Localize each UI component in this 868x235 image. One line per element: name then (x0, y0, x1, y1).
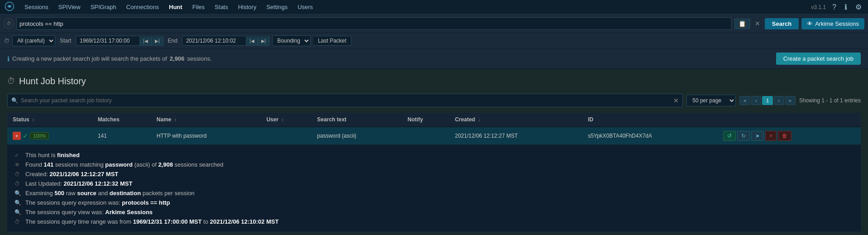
nav-item-connections[interactable]: Connections (122, 2, 163, 12)
search-input-wrapper (16, 17, 732, 30)
nav-item-files[interactable]: Files (188, 2, 209, 12)
history-search-input[interactable] (21, 97, 673, 104)
search-detail-icon-1: 🔍 (14, 190, 22, 197)
cell-actions: ↺ ↻ ➤ × 🗑 (718, 127, 861, 145)
clear-search-button[interactable]: ✕ (753, 20, 762, 27)
info-text: ℹ Creating a new packet search job will … (7, 55, 212, 62)
start-time-input[interactable] (76, 36, 139, 45)
refresh-button[interactable]: ↻ (737, 131, 750, 141)
history-search-wrapper: 🔍 ✕ (7, 94, 683, 107)
detail-finished: ✓ This hunt is finished (14, 150, 854, 160)
per-page-select[interactable]: 50 per page 10 per page 100 per page (686, 95, 736, 106)
search-detail-icon-3: 🔍 (14, 209, 22, 216)
copy-search-button[interactable]: 📋 (734, 19, 750, 29)
col-user[interactable]: User ↕ (261, 113, 312, 127)
page-1-button[interactable]: 1 (762, 96, 773, 105)
last-packet-badge: Last Packet (313, 36, 351, 46)
eye-icon: 👁 (807, 20, 813, 27)
nav-item-stats[interactable]: Stats (210, 2, 233, 12)
end-prev-button[interactable]: |◀ (246, 37, 258, 45)
search-button[interactable]: Search (765, 18, 799, 29)
hunt-history-icon: ⏱ (7, 77, 15, 86)
col-search-text[interactable]: Search text (312, 113, 402, 127)
nav-right: v3.1.1 ? ℹ ⚙ (811, 2, 863, 12)
col-notify[interactable]: Notify (402, 113, 450, 127)
info-banner: ℹ Creating a new packet search job will … (0, 49, 868, 69)
col-id[interactable]: ID (582, 113, 718, 127)
delete-button[interactable]: × (765, 131, 777, 141)
logo[interactable] (5, 1, 14, 13)
info-prefix: Creating a new packet search job will se… (12, 55, 167, 62)
time-icon: ⏱ (4, 38, 10, 44)
rerun-button[interactable]: ↺ (723, 131, 736, 141)
top-nav: Sessions SPIView SPIGraph Connections Hu… (0, 0, 868, 14)
table-row: × ✓ 100% 141 HTTP with password password… (7, 127, 861, 145)
detail-updated: ⏱ Last Updated: 2021/12/06 12:12:32 MST (14, 179, 854, 188)
col-name[interactable]: Name ↕ (151, 113, 261, 127)
cell-user (261, 127, 312, 145)
end-time-group: |◀ ▶| (182, 36, 269, 46)
end-time-input[interactable] (182, 36, 246, 45)
table-header: Status ↕ Matches Name ↕ User ↕ Search te… (7, 113, 861, 127)
info-suffix: sessions. (187, 55, 211, 62)
detail-time-range: ⏱ The sessions query time range was from… (14, 217, 854, 226)
start-label: Start (58, 38, 73, 44)
arkime-sessions-button[interactable]: 👁 Arkime Sessions (801, 18, 864, 29)
nav-items: Sessions SPIView SPIGraph Connections Hu… (20, 2, 811, 12)
end-next-button[interactable]: ▶| (258, 37, 269, 45)
col-status[interactable]: Status ↕ (7, 113, 92, 127)
nav-item-history[interactable]: History (234, 2, 261, 12)
page-first-button[interactable]: « (739, 96, 750, 105)
detail-row: ✓ This hunt is finished 👁 Found 141 sess… (7, 145, 861, 233)
history-search-clear-button[interactable]: ✕ (673, 97, 679, 104)
create-packet-search-button[interactable]: Create a packet search job (776, 53, 861, 65)
remove-button[interactable]: 🗑 (778, 131, 791, 141)
time-mode-select[interactable]: All (careful) (12, 35, 55, 46)
bounding-select[interactable]: Bounding (272, 35, 311, 46)
nav-item-hunt[interactable]: Hunt (164, 2, 187, 12)
settings-icon[interactable]: ⚙ (854, 2, 863, 12)
section-title: ⏱ Hunt Job History (7, 76, 861, 86)
pagination-group: « ‹ 1 › » (739, 96, 796, 105)
arkime-sessions-label: Arkime Sessions (815, 20, 859, 27)
detail-created: ⏱ Created: 2021/12/06 12:12:27 MST (14, 169, 854, 179)
detail-examining: 🔍 Examining 500 raw source and destinati… (14, 188, 854, 198)
detail-query-view: 🔍 The sessions query view was: Arkime Se… (14, 207, 854, 217)
nav-item-spigraph[interactable]: SPIGraph (86, 2, 121, 12)
info-icon[interactable]: ℹ (843, 2, 849, 12)
col-created[interactable]: Created ↓ (450, 113, 583, 127)
time-bar: ⏱ All (careful) Start |◀ ▶| End |◀ ▶| Bo… (0, 33, 868, 49)
cell-name: HTTP with password (151, 127, 261, 145)
search-input[interactable] (19, 20, 729, 27)
page-next-button[interactable]: › (774, 96, 784, 105)
status-close-button[interactable]: × (13, 132, 21, 140)
clock-detail-icon-2: ⏱ (14, 181, 22, 187)
main-content: ⏱ Hunt Job History 🔍 ✕ 50 per page 10 pe… (0, 69, 868, 235)
check-detail-icon: ✓ (14, 152, 22, 158)
detail-query-expr: 🔍 The sessions query expression was: pro… (14, 198, 854, 207)
cell-notify (402, 127, 450, 145)
history-search-row: 🔍 ✕ 50 per page 10 per page 100 per page… (7, 94, 861, 107)
info-circle-icon: ℹ (7, 55, 10, 62)
cell-status: × ✓ 100% (7, 127, 92, 145)
page-last-button[interactable]: » (785, 96, 796, 105)
nav-item-spiview[interactable]: SPIView (54, 2, 85, 12)
page-prev-button[interactable]: ‹ (751, 96, 761, 105)
status-check-icon: ✓ (23, 132, 28, 139)
start-next-button[interactable]: ▶| (151, 37, 163, 45)
hunt-table: Status ↕ Matches Name ↕ User ↕ Search te… (7, 113, 861, 233)
search-mode-icon[interactable]: ⏱ (4, 19, 14, 29)
search-bar: ⏱ 📋 ✕ Search 👁 Arkime Sessions (0, 14, 868, 33)
clock-detail-icon-3: ⏱ (14, 219, 22, 225)
col-matches[interactable]: Matches (92, 113, 151, 127)
view-button[interactable]: ➤ (751, 131, 764, 141)
help-icon[interactable]: ? (830, 2, 838, 12)
search-detail-icon-2: 🔍 (14, 200, 22, 206)
start-time-group: |◀ ▶| (76, 36, 163, 46)
col-actions (718, 113, 861, 127)
cell-created: 2021/12/06 12:12:27 MST (450, 127, 583, 145)
nav-item-settings[interactable]: Settings (262, 2, 292, 12)
nav-item-users[interactable]: Users (293, 2, 317, 12)
nav-item-sessions[interactable]: Sessions (20, 2, 53, 12)
start-prev-button[interactable]: |◀ (139, 37, 151, 45)
